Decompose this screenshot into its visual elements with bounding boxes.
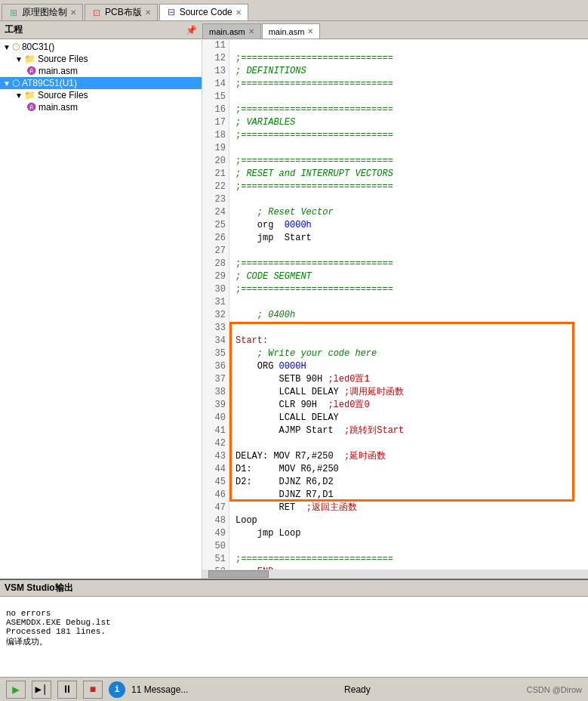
line-number: 42 bbox=[202, 437, 226, 450]
tree-item-at89c51[interactable]: ▼ ⬡ AT89C51(U1) bbox=[0, 77, 202, 89]
tab-schematic[interactable]: ⊞ 原理图绘制 ✕ bbox=[2, 4, 83, 20]
line-number: 29 bbox=[202, 270, 226, 283]
sidebar: 工程 📌 ▼ ⬡ 80C31() ▼ 📁 Source Files 🅐 main… bbox=[0, 21, 202, 579]
editor-tab-2[interactable]: main.asm ✕ bbox=[262, 23, 321, 39]
tab-schematic-close[interactable]: ✕ bbox=[70, 8, 76, 17]
tree-label-source-files-1: Source Files bbox=[38, 54, 88, 64]
output-line: 编译成功。 bbox=[6, 636, 582, 647]
line-number: 37 bbox=[202, 373, 226, 386]
line-number: 25 bbox=[202, 219, 226, 232]
line-number: 35 bbox=[202, 347, 226, 360]
code-line: CLR 90H ;led0置0 bbox=[236, 399, 588, 412]
code-line: ; VARIABLES bbox=[236, 116, 588, 129]
line-number: 27 bbox=[202, 245, 226, 258]
line-number: 44 bbox=[202, 463, 226, 476]
tab-pcb[interactable]: ⊡ PCB布版 ✕ bbox=[85, 4, 158, 20]
code-line: D1: MOV R6,#250 bbox=[236, 463, 588, 476]
watermark: CSDN @Dirow bbox=[526, 685, 582, 694]
step-button[interactable]: ▶| bbox=[32, 681, 51, 699]
tab-source-code-label: Source Code bbox=[180, 7, 232, 17]
code-line: Start: bbox=[236, 335, 588, 347]
code-line: ;============================ bbox=[236, 103, 588, 116]
step-icon: ▶| bbox=[35, 683, 48, 696]
message-area[interactable]: 11 Message... bbox=[131, 684, 188, 695]
line-number: 33 bbox=[202, 322, 226, 335]
folder-icon-2: 📁 bbox=[24, 90, 35, 100]
output-line: Processed 181 lines. bbox=[6, 627, 582, 636]
code-line: ; CODE SEGMENT bbox=[236, 270, 588, 283]
tab-source-code[interactable]: ⊟ Source Code ✕ bbox=[159, 4, 248, 20]
scrollbar-thumb[interactable] bbox=[208, 570, 269, 578]
tree-item-source-files-1[interactable]: ▼ 📁 Source Files bbox=[0, 53, 202, 65]
line-number: 13 bbox=[202, 65, 226, 78]
line-number: 48 bbox=[202, 514, 226, 527]
line-number: 51 bbox=[202, 553, 226, 566]
file-icon-2: 🅐 bbox=[27, 102, 36, 113]
output-line: no errors bbox=[6, 609, 582, 618]
code-line: RET ;返回主函数 bbox=[236, 502, 588, 514]
tab-schematic-label: 原理图绘制 bbox=[22, 6, 67, 19]
info-icon: i bbox=[114, 684, 119, 695]
tab-pcb-close[interactable]: ✕ bbox=[145, 8, 151, 17]
code-line bbox=[236, 91, 588, 103]
line-number: 47 bbox=[202, 502, 226, 514]
tree-item-main-asm-1[interactable]: 🅐 main.asm bbox=[0, 65, 202, 77]
tree-label-80c31: 80C31() bbox=[22, 42, 54, 52]
play-button[interactable]: ▶ bbox=[6, 681, 26, 699]
tree-label-at89c51: AT89C51(U1) bbox=[22, 78, 77, 88]
tab-pcb-label: PCB布版 bbox=[105, 6, 142, 19]
line-number: 38 bbox=[202, 386, 226, 399]
code-line bbox=[236, 540, 588, 553]
code-line: ; 0400h bbox=[236, 309, 588, 322]
code-line: jmp Loop bbox=[236, 527, 588, 540]
line-number: 19 bbox=[202, 142, 226, 155]
schematic-icon: ⊞ bbox=[8, 8, 19, 18]
line-number: 32 bbox=[202, 309, 226, 322]
line-number: 24 bbox=[202, 206, 226, 219]
stop-button[interactable]: ■ bbox=[83, 681, 103, 699]
code-line: ;============================ bbox=[236, 52, 588, 65]
line-number: 12 bbox=[202, 52, 226, 65]
code-line: DJNZ R7,D1 bbox=[236, 489, 588, 502]
code-editor: 1112131415161718192021222324252627282930… bbox=[202, 39, 588, 570]
editor-tabs: main.asm ✕ main.asm ✕ bbox=[202, 21, 588, 39]
info-button[interactable]: i bbox=[109, 681, 125, 698]
line-number: 30 bbox=[202, 283, 226, 296]
code-line: ;============================ bbox=[236, 78, 588, 91]
status-bar: ▶ ▶| ⏸ ■ i 11 Message... Ready CSDN @Dir… bbox=[0, 677, 588, 701]
line-number: 15 bbox=[202, 91, 226, 103]
line-number: 26 bbox=[202, 232, 226, 245]
editor-tab-1[interactable]: main.asm ✕ bbox=[202, 23, 261, 39]
sidebar-header: 工程 📌 bbox=[0, 21, 202, 39]
code-line: ; Write your code here bbox=[236, 347, 588, 360]
line-number: 49 bbox=[202, 527, 226, 540]
tree-label-main-asm-1: main.asm bbox=[38, 66, 78, 76]
code-line bbox=[236, 296, 588, 309]
editor-tab-2-close[interactable]: ✕ bbox=[307, 27, 313, 36]
tree-item-80c31[interactable]: ▼ ⬡ 80C31() bbox=[0, 41, 202, 53]
arrow-icon: ▼ bbox=[3, 79, 11, 88]
line-number: 22 bbox=[202, 181, 226, 193]
horizontal-scrollbar[interactable] bbox=[202, 570, 588, 579]
line-number: 21 bbox=[202, 168, 226, 181]
line-number: 39 bbox=[202, 399, 226, 412]
code-line: LCALL DELAY ;调用延时函数 bbox=[236, 386, 588, 399]
pause-icon: ⏸ bbox=[62, 684, 72, 696]
tree-label-main-asm-2: main.asm bbox=[38, 102, 78, 113]
stop-icon: ■ bbox=[90, 684, 96, 696]
tree-item-main-asm-2[interactable]: 🅐 main.asm bbox=[0, 101, 202, 113]
code-line bbox=[236, 437, 588, 450]
code-line: ORG 0000H bbox=[236, 360, 588, 373]
tree-label-source-files-2: Source Files bbox=[38, 90, 88, 100]
line-number: 23 bbox=[202, 193, 226, 206]
pin-icon[interactable]: 📌 bbox=[186, 25, 197, 36]
pcb-icon: ⊡ bbox=[91, 8, 102, 18]
tree-item-source-files-2[interactable]: ▼ 📁 Source Files bbox=[0, 89, 202, 101]
editor-tab-1-close[interactable]: ✕ bbox=[248, 27, 254, 36]
play-icon: ▶ bbox=[12, 682, 20, 697]
code-content[interactable]: ;============================; DEFINITIO… bbox=[229, 39, 588, 570]
pause-button[interactable]: ⏸ bbox=[57, 681, 77, 699]
source-code-icon: ⊟ bbox=[166, 7, 177, 17]
code-line: org 0000h bbox=[236, 219, 588, 232]
tab-source-close[interactable]: ✕ bbox=[236, 8, 242, 17]
